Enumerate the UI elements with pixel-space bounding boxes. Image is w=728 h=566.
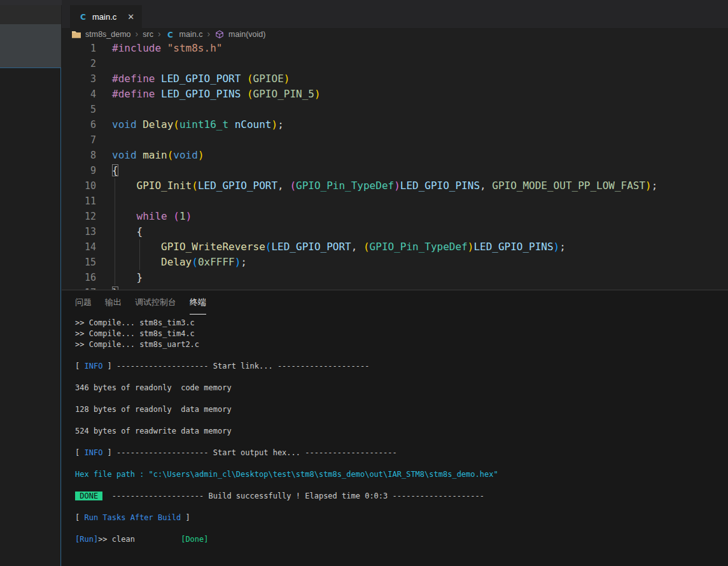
code-text: #define LED_GPIO_PORT (GPIOE)	[112, 71, 290, 87]
terminal-line	[75, 502, 728, 513]
code-line[interactable]: 2	[62, 56, 728, 71]
line-number[interactable]: 14	[62, 239, 96, 255]
panel-tab-terminal-active[interactable]: 终端	[190, 297, 206, 315]
terminal-line: >> Compile... stm8s_uart2.c	[75, 339, 728, 350]
code-text: GPIO_Init(LED_GPIO_PORT, (GPIO_Pin_TypeD…	[112, 178, 657, 194]
code-line[interactable]: 5	[62, 102, 728, 117]
panel-tab-[interactable]: 问题	[75, 297, 92, 315]
close-icon[interactable]: ✕	[127, 12, 134, 22]
sidebar[interactable]	[0, 5, 61, 566]
code-line[interactable]: 16 }	[62, 270, 728, 285]
line-number[interactable]: 10	[62, 178, 96, 194]
chevron-right-icon: ›	[206, 29, 211, 39]
terminal-line: >> Compile... stm8s_tim4.c	[75, 329, 728, 339]
folder-icon	[71, 29, 81, 39]
panel-tabs: 问题输出调试控制台终端	[62, 290, 728, 315]
panel-tab-[interactable]: 调试控制台	[135, 297, 176, 315]
code-text: GPIO_WriteReverse(LED_GPIO_PORT, (GPIO_P…	[112, 239, 566, 255]
bottom-panel: 问题输出调试控制台终端 >> Compile... stm8s_tim3.c>>…	[62, 290, 728, 566]
indent-guide	[139, 239, 140, 270]
code-text: void main(void)	[112, 148, 204, 163]
line-number[interactable]: 15	[62, 255, 96, 270]
line-number[interactable]: 11	[62, 194, 96, 209]
line-number[interactable]: 13	[62, 224, 96, 239]
code-text: {	[112, 163, 118, 178]
code-line[interactable]: 17}	[62, 285, 728, 290]
line-number[interactable]: 12	[62, 209, 96, 224]
code-line[interactable]: 4#define LED_GPIO_PINS (GPIO_PIN_5)	[62, 87, 728, 102]
terminal-line	[75, 372, 728, 383]
terminal-line: [ INFO ] -------------------- Start link…	[75, 361, 728, 372]
terminal-line: Hex file path : "c:\Users\admin_cl\Deskt…	[75, 469, 728, 480]
sidebar-selection-highlight[interactable]	[0, 24, 61, 67]
code-line[interactable]: 8void main(void)	[62, 148, 728, 163]
breadcrumb-item[interactable]: main.c	[179, 30, 203, 39]
code-lines: 1#include "stm8s.h"23#define LED_GPIO_PO…	[62, 41, 728, 290]
code-line[interactable]: 10 GPIO_Init(LED_GPIO_PORT, (GPIO_Pin_Ty…	[62, 178, 728, 194]
panel-tab-[interactable]: 输出	[105, 297, 122, 315]
svg-text:C: C	[80, 12, 86, 21]
symbol-namespace-icon	[214, 29, 225, 39]
vertical-sash[interactable]	[60, 67, 61, 566]
terminal-line: 128 bytes of readonly data memory	[75, 404, 728, 415]
terminal-line: [Run]>> clean [Done]	[75, 534, 728, 545]
code-line[interactable]: 3#define LED_GPIO_PORT (GPIOE)	[62, 71, 728, 87]
code-text: {	[112, 224, 143, 239]
code-text: }	[112, 270, 143, 285]
code-text: #define LED_GPIO_PINS (GPIO_PIN_5)	[112, 87, 321, 102]
breadcrumb-item[interactable]: main(void)	[228, 30, 265, 39]
code-line[interactable]: 9{	[62, 163, 728, 178]
code-text: }	[112, 285, 118, 290]
line-number[interactable]: 16	[62, 270, 96, 285]
code-line[interactable]: 6void Delay(uint16_t nCount);	[62, 117, 728, 132]
code-line[interactable]: 13 {	[62, 224, 728, 239]
line-number[interactable]: 2	[62, 56, 96, 71]
line-number[interactable]: 3	[62, 71, 96, 87]
line-number[interactable]: 1	[62, 41, 96, 56]
code-text: #include "stm8s.h"	[112, 41, 222, 56]
editor-group: C main.c ✕ stm8s_demo›src›Cmain.c›main(v…	[62, 0, 728, 566]
terminal-line: 346 bytes of readonly code memory	[75, 383, 728, 393]
vscode-window: C main.c ✕ stm8s_demo›src›Cmain.c›main(v…	[0, 0, 728, 566]
terminal-line: DONE -------------------- Build successf…	[75, 491, 728, 502]
terminal-line	[75, 458, 728, 469]
c-file-icon: C	[78, 11, 88, 22]
code-line[interactable]: 1#include "stm8s.h"	[62, 41, 728, 56]
terminal-line	[75, 480, 728, 491]
terminal-line	[75, 523, 728, 534]
line-number[interactable]: 17	[62, 285, 96, 290]
line-number[interactable]: 6	[62, 117, 96, 132]
code-editor[interactable]: 1#include "stm8s.h"23#define LED_GPIO_PO…	[62, 41, 728, 290]
svg-text:C: C	[167, 30, 173, 39]
terminal-line	[75, 393, 728, 404]
code-text: void Delay(uint16_t nCount);	[112, 117, 284, 132]
chevron-right-icon: ›	[135, 29, 139, 39]
terminal-line	[75, 350, 728, 361]
line-number[interactable]: 4	[62, 87, 96, 102]
terminal-line: 524 bytes of readwrite data memory	[75, 426, 728, 437]
tab-bar: C main.c ✕	[62, 0, 728, 28]
code-line[interactable]: 7	[62, 132, 728, 148]
code-line[interactable]: 12 while (1)	[62, 209, 728, 224]
breadcrumb-item[interactable]: src	[143, 30, 153, 39]
code-text: Delay(0xFFFF);	[112, 255, 247, 270]
breadcrumb: stm8s_demo›src›Cmain.c›main(void)	[62, 28, 728, 41]
line-number[interactable]: 9	[62, 163, 96, 178]
code-line[interactable]: 11	[62, 194, 728, 209]
terminal-line	[75, 415, 728, 426]
line-number[interactable]: 7	[62, 132, 96, 148]
breadcrumb-item[interactable]: stm8s_demo	[85, 30, 131, 39]
terminal-line	[75, 437, 728, 448]
line-number[interactable]: 5	[62, 102, 96, 117]
chevron-right-icon: ›	[157, 29, 162, 39]
terminal-output[interactable]: >> Compile... stm8s_tim3.c>> Compile... …	[62, 318, 728, 545]
tab-label: main.c	[92, 12, 116, 22]
code-line[interactable]: 15 Delay(0xFFFF);	[62, 255, 728, 270]
line-number[interactable]: 8	[62, 148, 96, 163]
code-line[interactable]: 14 GPIO_WriteReverse(LED_GPIO_PORT, (GPI…	[62, 239, 728, 255]
code-text: while (1)	[112, 209, 192, 224]
tab-main-c[interactable]: C main.c ✕	[70, 5, 142, 28]
horizontal-sash[interactable]	[0, 67, 61, 68]
terminal-line: [ Run Tasks After Build ]	[75, 513, 728, 523]
sidebar-header	[0, 5, 61, 24]
